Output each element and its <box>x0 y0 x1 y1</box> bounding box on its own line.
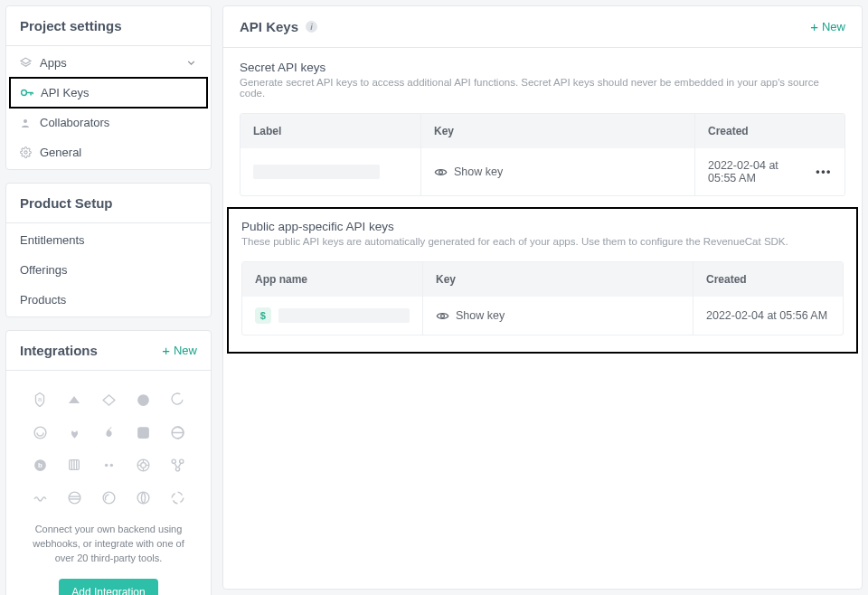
project-settings-title: Project settings <box>20 18 122 33</box>
project-settings-header: Project settings <box>6 6 211 46</box>
integration-icon <box>96 420 121 445</box>
new-label: New <box>822 20 845 33</box>
cell-created: 2022-02-04 at 05:56 AM <box>693 297 843 335</box>
cell-key: Show key <box>423 297 693 335</box>
svg-point-29 <box>69 492 80 504</box>
svg-text:a: a <box>38 395 42 403</box>
new-label: New <box>174 344 197 357</box>
show-key-label: Show key <box>454 165 503 178</box>
integration-icon <box>27 420 52 445</box>
nav-item-api-keys[interactable]: API Keys <box>9 77 208 109</box>
cell-created: 2022-02-04 at 05:55 AM ••• <box>695 148 844 195</box>
integration-icon <box>61 387 87 412</box>
table-row: Show key 2022-02-04 at 05:55 AM ••• <box>241 148 844 195</box>
public-keys-table: App name Key Created $ Show key <box>241 261 844 335</box>
secret-keys-description: Generate secret API keys to access addit… <box>240 77 845 99</box>
info-icon[interactable]: i <box>306 21 317 33</box>
integrations-title: Integrations <box>20 343 98 358</box>
svg-point-21 <box>140 462 146 468</box>
project-settings-card: Project settings Apps API Keys <box>5 5 212 170</box>
integration-icon: a <box>27 387 52 412</box>
add-integration-button[interactable]: Add Integration <box>59 579 157 595</box>
integration-icon <box>61 452 87 477</box>
product-setup-header: Product Setup <box>6 184 211 223</box>
show-key-button[interactable]: Show key <box>434 165 503 179</box>
integration-icon <box>165 387 190 412</box>
nav-item-products[interactable]: Products <box>6 285 211 315</box>
table-row: $ Show key 2022-02-04 at 05:56 AM <box>242 297 843 335</box>
integrations-new-link[interactable]: + New <box>162 344 197 357</box>
row-actions-menu[interactable]: ••• <box>807 165 832 178</box>
nav-item-entitlements[interactable]: Entitlements <box>6 225 211 255</box>
nav-item-offerings[interactable]: Offerings <box>6 255 211 285</box>
svg-point-26 <box>172 459 175 463</box>
svg-point-34 <box>439 170 443 174</box>
integration-icon <box>165 420 190 445</box>
nav-label: API Keys <box>41 86 89 99</box>
redacted-app-name <box>278 308 410 323</box>
integration-icon <box>130 420 156 445</box>
nav-item-collaborators[interactable]: Collaborators <box>6 108 211 137</box>
integration-icon <box>130 387 156 412</box>
svg-point-28 <box>175 467 179 470</box>
table-header: Label Key Created <box>241 114 844 148</box>
svg-point-6 <box>24 151 27 154</box>
person-icon <box>20 118 40 128</box>
integrations-grid: a b <box>19 387 198 510</box>
integration-icon <box>61 485 87 510</box>
integration-icon <box>61 420 87 445</box>
product-setup-title: Product Setup <box>20 195 113 211</box>
integrations-header: Integrations + New <box>6 331 211 371</box>
show-key-label: Show key <box>456 309 505 322</box>
integrations-body: a b Connect your <box>6 371 211 595</box>
svg-text:b: b <box>38 461 42 469</box>
nav-item-apps[interactable]: Apps <box>6 48 211 78</box>
svg-point-27 <box>179 459 183 463</box>
secret-keys-table: Label Key Created Show key <box>240 113 845 196</box>
col-key: Key <box>421 114 695 148</box>
integration-icon <box>96 387 121 412</box>
integrations-description: Connect your own backend using webhooks,… <box>19 523 198 566</box>
page-title: API Keys <box>240 19 298 34</box>
svg-point-5 <box>24 119 27 123</box>
col-app-name: App name <box>242 262 423 297</box>
nav-label: Entitlements <box>20 233 85 247</box>
redacted-label <box>253 165 380 179</box>
table-header: App name Key Created <box>242 262 843 297</box>
integration-icon <box>165 485 190 510</box>
svg-point-19 <box>109 463 113 467</box>
main-panel: API Keys i + New Secret API keys Generat… <box>222 5 863 590</box>
nav-item-general[interactable]: General <box>6 137 211 167</box>
integration-icon <box>96 485 121 510</box>
svg-point-9 <box>34 427 46 439</box>
secret-keys-title: Secret API keys <box>240 61 845 74</box>
new-api-key-link[interactable]: + New <box>810 20 845 33</box>
svg-point-35 <box>441 314 445 317</box>
nav-label: Offerings <box>20 263 68 277</box>
integration-icon <box>96 452 121 477</box>
col-created: Created <box>693 262 843 297</box>
svg-point-33 <box>137 492 149 504</box>
col-label: Label <box>241 114 421 148</box>
integration-icon: b <box>27 452 52 477</box>
public-keys-description: These public API keys are automatically … <box>241 236 844 247</box>
project-settings-nav: Apps API Keys Collaborators <box>6 46 211 169</box>
cell-label <box>241 148 421 195</box>
col-key: Key <box>423 262 693 297</box>
app-icon: $ <box>255 307 271 324</box>
cell-app-name: $ <box>242 297 423 335</box>
gear-icon <box>20 146 40 158</box>
cell-key: Show key <box>421 148 695 195</box>
eye-icon <box>436 309 449 323</box>
product-setup-card: Product Setup Entitlements Offerings Pro… <box>5 183 212 317</box>
show-key-button[interactable]: Show key <box>436 309 505 323</box>
nav-label: General <box>40 146 81 159</box>
integrations-card: Integrations + New a b <box>5 330 212 595</box>
key-icon <box>21 89 41 97</box>
svg-point-18 <box>104 463 108 467</box>
layers-icon <box>20 57 40 69</box>
eye-icon <box>434 165 448 179</box>
nav-label: Apps <box>40 56 67 70</box>
svg-marker-0 <box>21 58 31 64</box>
created-value: 2022-02-04 at 05:55 AM <box>708 159 807 184</box>
